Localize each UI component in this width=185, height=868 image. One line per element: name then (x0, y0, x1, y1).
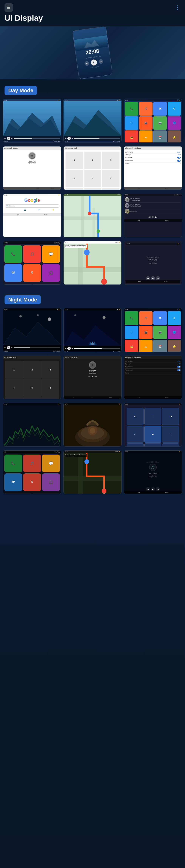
np-prev[interactable]: ⏮ (146, 276, 150, 280)
night-app-extra[interactable]: ⭐ (168, 340, 181, 351)
arrow-up-left[interactable]: ↖ (127, 408, 144, 425)
day-map-nav[interactable]: 10:18 GPS 🕙 10:18 9. (63, 194, 122, 237)
night-cp-spotify[interactable]: 🎧 (42, 473, 60, 491)
cp-settings[interactable]: ⚙ (4, 284, 32, 285)
night-cp-podcast[interactable]: 🎙 (23, 473, 41, 491)
night-next-2[interactable]: ⏭ (72, 347, 74, 349)
g-youtube[interactable]: 📺YouTube (18, 209, 32, 213)
key-2[interactable]: 2 (84, 152, 101, 169)
night-app-maps[interactable]: 🗺 (153, 311, 167, 325)
key-8[interactable]: 8 (84, 188, 101, 190)
auto-answer-toggle[interactable] (177, 157, 181, 159)
social-item-3[interactable]: 华乐_恶_mp3 (125, 208, 181, 214)
night-music-2[interactable]: 11:54 ▶ ⚡ (63, 308, 122, 352)
prev-social[interactable]: ⏮ (149, 216, 151, 218)
cp-podcast[interactable]: 🎙 (23, 264, 41, 282)
app-calendar[interactable]: 📅 (153, 130, 167, 142)
play-btn[interactable]: ⏸ (90, 59, 97, 66)
np-play[interactable]: ▶ (151, 276, 155, 280)
night-key-3[interactable]: 3 (41, 361, 59, 379)
menu-button[interactable]: ☰ (4, 3, 13, 12)
night-app-phone[interactable]: 📞 (125, 311, 138, 325)
prev-icon-2[interactable]: ⏮ (65, 137, 67, 139)
play-icon-2[interactable]: ⏸ (68, 137, 71, 140)
night-cp-music[interactable]: 🎵 (23, 455, 41, 472)
night-app-bt[interactable]: 🔷 (125, 326, 138, 339)
key-7[interactable]: 7 (65, 188, 83, 190)
key-6[interactable]: 6 (102, 170, 120, 187)
night-not-playing[interactable]: 18:01 ⚡ 10:18 ETA · 9.0 mi 🎵 Not Playing… (124, 451, 182, 494)
day-music-player-2[interactable]: 11:54 ▶ ⚡ (63, 99, 122, 143)
social-item-2[interactable]: 华乐_哈_双曲.mp3 龙虎双曲_恶_龙虎_龙 (125, 203, 181, 208)
night-prev-2[interactable]: ⏮ (65, 347, 67, 349)
app-music[interactable]: 🎵 (139, 102, 153, 116)
day-google[interactable]: 9:41 ⚡ Google 🔍 Search... 🗺Maps 📺YouTube… (3, 194, 61, 237)
night-app-settings[interactable]: ⚙ (168, 311, 181, 325)
cp-maps[interactable]: 🗺 (4, 264, 22, 282)
night-food[interactable]: 18:33 ⚡ 🌙 Night Mode (63, 403, 122, 446)
app-extra[interactable]: ⭐ (168, 130, 181, 142)
night-coffee-nav[interactable]: 18:33 GPS ⚡ Sunny Coffee Modern Restaura… (63, 451, 122, 494)
key-9[interactable]: 9 (102, 188, 120, 190)
day-app-grid[interactable]: 12:30 BT ⚡ 📞 🎵 🗺 ⚙ 🔷 🎬 📷 🌐 📻 ☁ 📅 ⭐ (124, 99, 182, 143)
night-next-1[interactable]: ⏭ (11, 346, 13, 349)
arrow-down-left[interactable]: ↙ (127, 443, 144, 446)
night-cp-msg[interactable]: 💬 (42, 455, 60, 472)
night-play-1[interactable]: ⏸ (7, 346, 10, 349)
prev-btn[interactable]: ⏮ (84, 61, 89, 66)
night-next-music[interactable]: ⏭ (95, 375, 97, 378)
cp-spotify[interactable]: 🎧 (42, 264, 60, 282)
app-phone[interactable]: 📞 (125, 102, 138, 116)
key-4[interactable]: 4 (65, 170, 83, 187)
night-cp-maps[interactable]: 🗺 (4, 473, 22, 491)
play-social[interactable]: ⏸ (152, 216, 154, 218)
app-radio[interactable]: 📻 (125, 130, 138, 142)
g-maps[interactable]: 🗺Maps (4, 209, 18, 213)
next-btn[interactable]: ⏭ (98, 59, 103, 64)
arrow-left[interactable]: ← (127, 426, 144, 443)
night-bt-call[interactable]: Bluetooth_Call 1 2 3 4 5 6 7 8 9 * 0 (3, 355, 61, 399)
night-cp-home[interactable]: 🏠 (32, 493, 60, 494)
g-gmail[interactable]: 📧Gmail (32, 209, 46, 213)
night-auto-connect-toggle[interactable] (177, 369, 181, 371)
app-camera[interactable]: 📷 (153, 116, 167, 130)
night-app-radio[interactable]: 📻 (125, 340, 138, 351)
night-key-8[interactable]: 8 (23, 397, 41, 399)
next-icon[interactable]: ⏭ (11, 137, 13, 139)
key-1[interactable]: 1 (65, 152, 83, 169)
g-drive[interactable]: 📁Drive (47, 209, 60, 213)
night-bt-music[interactable]: Bluetooth_Music Music Title Music Album … (63, 355, 122, 399)
night-app-browser[interactable]: 🌐 (168, 326, 181, 339)
day-local-music[interactable]: 12:00 LocalMusic 华乐_恶_无名.mp (124, 194, 182, 237)
key-5[interactable]: 5 (84, 170, 101, 187)
night-app-video[interactable]: 🎬 (139, 326, 153, 339)
arrow-down[interactable]: ↓ (144, 443, 161, 446)
play-icon[interactable]: ⏸ (7, 137, 10, 140)
social-item-1[interactable]: 华乐_恶_无名.mp3 一 歌曲_恶_龙.mp3 (125, 197, 181, 203)
cp-music[interactable]: 🎵 (23, 245, 41, 263)
cp-messages[interactable]: 💬 (42, 245, 60, 263)
day-coffee-nav[interactable]: 18:33 GPS ⚡ Sunny Coffee Modern Restaura… (63, 241, 122, 285)
key-3[interactable]: 3 (102, 152, 120, 169)
night-prev-music[interactable]: ⏮ (88, 375, 90, 378)
google-search[interactable]: 🔍 Search... (5, 205, 59, 208)
prev-ctrl[interactable]: ⏮ (28, 166, 30, 168)
app-maps[interactable]: 🗺 (153, 102, 167, 116)
night-bt-settings[interactable]: Bluetooth_Settings Device name CarBT Dev… (124, 355, 182, 399)
auto-connect-toggle[interactable] (177, 160, 181, 162)
night-key-1[interactable]: 1 (5, 361, 23, 379)
night-nav-arrows[interactable]: 18:01 ⚡ ↖ ↑ ↗ ← ● → ↙ ↓ ↘ (124, 403, 182, 446)
day-bluetooth-music[interactable]: Bluetooth_Music Music Title Music Album … (3, 146, 61, 190)
day-music-player-1[interactable]: 9:41 ▶ ⚡ (3, 99, 61, 143)
night-key-7[interactable]: 7 (5, 397, 23, 399)
night-key-9[interactable]: 9 (41, 397, 59, 399)
night-play-music[interactable]: ▶ (92, 375, 94, 378)
play-ctrl[interactable]: ▶ (31, 166, 33, 168)
night-app-cal[interactable]: 📅 (153, 340, 167, 351)
next-icon-2[interactable]: ⏭ (72, 137, 74, 139)
app-browser[interactable]: 🌐 (168, 116, 181, 130)
night-key-4[interactable]: 4 (5, 379, 23, 397)
night-key-2[interactable]: 2 (23, 361, 41, 379)
arrow-down-right[interactable]: ↘ (162, 443, 179, 446)
day-bluetooth-call[interactable]: Bluetooth_Call 1 2 3 4 5 6 7 8 9 * 0 (63, 146, 122, 190)
